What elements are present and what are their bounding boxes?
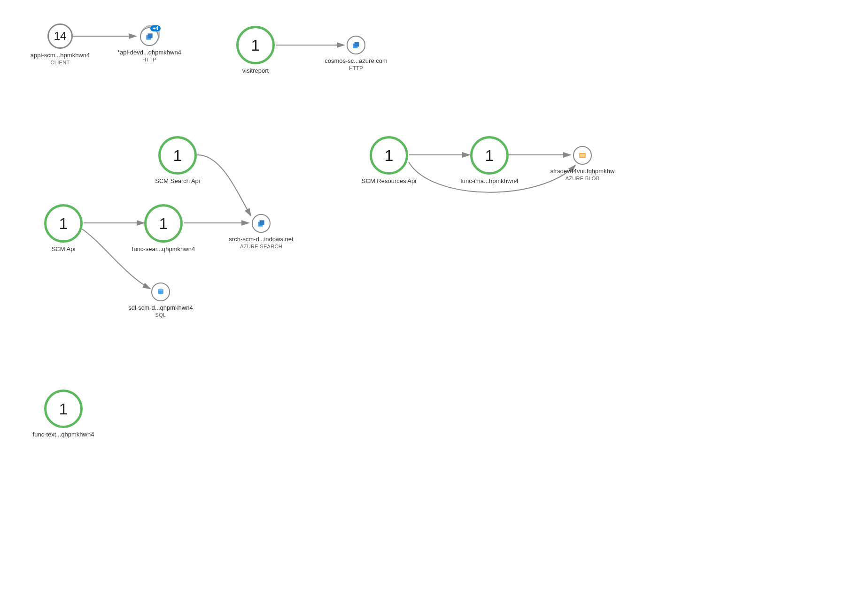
- apidev-badge: +4: [150, 25, 161, 31]
- sql-label: sql-scm-d...qhpmkhwn4: [128, 304, 193, 311]
- functext-circle: 1: [44, 390, 83, 428]
- svg-rect-15: [580, 154, 585, 157]
- node-cosmos[interactable]: cosmos-sc...azure.com HTTP: [309, 36, 403, 71]
- funcsear-label: func-sear...qhpmkhwn4: [132, 245, 195, 252]
- node-resapi[interactable]: 1 SCM Resources Api: [342, 136, 436, 184]
- client-label: appi-scm...hpmkhwn4: [31, 52, 90, 59]
- node-blob[interactable]: strsdevd4vuufqhpmkhw AZURE BLOB: [535, 146, 629, 181]
- visitreport-label: visitreport: [242, 67, 269, 74]
- functext-label: func-text...qhpmkhwn4: [33, 431, 94, 438]
- node-funcsear[interactable]: 1 func-sear...qhpmkhwn4: [116, 204, 210, 252]
- resapi-label: SCM Resources Api: [362, 177, 416, 184]
- blob-sublabel: AZURE BLOB: [566, 176, 600, 181]
- funcsear-circle: 1: [144, 204, 183, 243]
- node-searchapi[interactable]: 1 SCM Search Api: [131, 136, 225, 184]
- funcima-value: 1: [485, 146, 494, 165]
- node-client[interactable]: 14 appi-scm...hpmkhwn4 CLIENT: [13, 23, 107, 65]
- client-value: 14: [54, 30, 67, 43]
- sql-icon: [156, 287, 165, 297]
- node-functext[interactable]: 1 func-text...qhpmkhwn4: [16, 390, 110, 438]
- resapi-value: 1: [385, 146, 394, 165]
- scmapi-value: 1: [59, 214, 68, 233]
- searchapi-label: SCM Search Api: [155, 177, 200, 184]
- apidev-stack: +4: [140, 27, 159, 46]
- cosmos-label: cosmos-sc...azure.com: [325, 57, 388, 64]
- node-visitreport[interactable]: 1 visitreport: [209, 26, 302, 74]
- sql-sublabel: SQL: [155, 312, 166, 318]
- funcsear-value: 1: [159, 214, 168, 233]
- visitreport-value: 1: [251, 36, 260, 54]
- blob-icon: [578, 151, 587, 160]
- funcima-circle: 1: [470, 136, 509, 175]
- apidev-circle: +4: [140, 27, 159, 46]
- node-funcima[interactable]: 1 func-ima...hpmkhwn4: [442, 136, 536, 184]
- svg-rect-7: [148, 33, 153, 38]
- scmapi-circle: 1: [44, 204, 83, 243]
- visitreport-circle: 1: [236, 26, 275, 64]
- svg-rect-11: [260, 220, 264, 225]
- svg-point-13: [158, 289, 163, 291]
- node-srch[interactable]: srch-scm-d...indows.net AZURE SEARCH: [214, 214, 308, 249]
- svg-rect-9: [355, 42, 359, 46]
- srch-label: srch-scm-d...indows.net: [229, 236, 293, 243]
- searchapi-value: 1: [173, 146, 182, 165]
- apidev-label: *api-devd...qhpmkhwn4: [117, 49, 181, 56]
- srch-sublabel: AZURE SEARCH: [240, 244, 282, 249]
- node-scmapi[interactable]: 1 SCM Api: [16, 204, 110, 252]
- cosmos-sublabel: HTTP: [349, 65, 363, 71]
- blob-label: strsdevd4vuufqhpmkhw: [550, 168, 615, 175]
- client-circle: 14: [47, 23, 73, 49]
- searchapi-circle: 1: [158, 136, 197, 175]
- srch-circle: [252, 214, 271, 233]
- http-icon: [145, 32, 154, 41]
- http-icon: [351, 40, 361, 50]
- blob-circle: [573, 146, 592, 165]
- apidev-sublabel: HTTP: [142, 57, 156, 62]
- funcima-label: func-ima...hpmkhwn4: [460, 177, 519, 184]
- node-apidev[interactable]: +4 *api-devd...qhpmkhwn4 HTTP: [102, 27, 196, 62]
- cosmos-circle: [347, 36, 365, 54]
- search-icon: [256, 219, 266, 228]
- client-sublabel: CLIENT: [51, 60, 70, 65]
- sql-circle: [151, 283, 170, 301]
- scmapi-label: SCM Api: [52, 245, 76, 252]
- resapi-circle: 1: [370, 136, 408, 175]
- functext-value: 1: [59, 400, 68, 418]
- node-sql[interactable]: sql-scm-d...qhpmkhwn4 SQL: [114, 283, 208, 318]
